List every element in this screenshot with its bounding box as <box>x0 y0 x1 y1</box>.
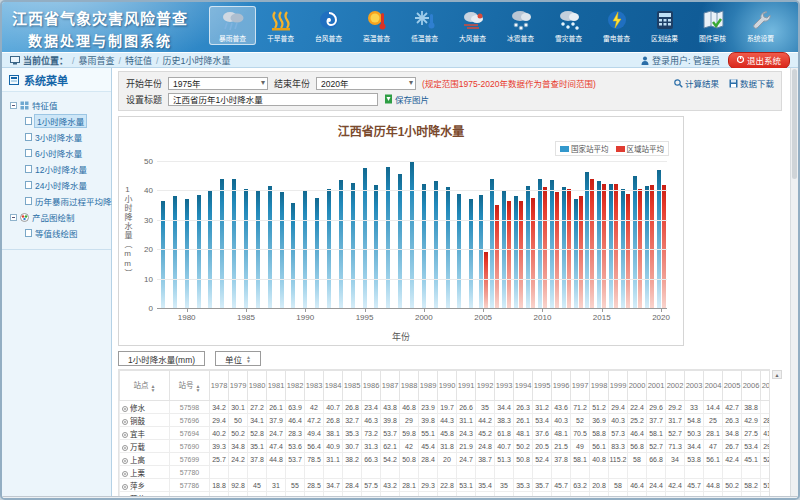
radio-icon[interactable] <box>122 445 128 451</box>
value-cell: 36.7 <box>647 492 666 497</box>
chart-title-input[interactable] <box>168 93 378 106</box>
nav-item-hail[interactable]: 冰雹普查 <box>497 6 544 45</box>
col-header-year[interactable]: 1991 <box>457 371 476 401</box>
station-cell[interactable]: 修水 <box>120 401 170 414</box>
col-header-year[interactable]: 1986 <box>362 371 381 401</box>
radio-icon[interactable] <box>122 419 128 425</box>
col-header-year[interactable]: 1997 <box>571 371 590 401</box>
station-cell[interactable]: 宜丰 <box>120 427 170 440</box>
col-header-year[interactable]: 1980 <box>248 371 267 401</box>
station-cell[interactable]: 铜鼓 <box>120 414 170 427</box>
tree-toggle-icon[interactable] <box>10 214 17 221</box>
radio-icon[interactable] <box>122 406 128 412</box>
col-header-year[interactable]: 2006 <box>742 371 761 401</box>
value-cell: 34.8 <box>229 440 248 453</box>
nav-item-drought[interactable]: 干旱普查 <box>257 6 304 45</box>
col-header-year[interactable]: 1999 <box>609 371 628 401</box>
col-header-year[interactable]: 2001 <box>647 371 666 401</box>
value-cell: 25.2 <box>628 414 647 427</box>
sidebar-item-0-0[interactable]: 1小时降水量 <box>4 113 109 129</box>
chart-panel: 江西省历年1小时降水量 国家站平均区域站平均 1小时降水量（mm） 010203… <box>118 116 684 346</box>
x-tick <box>483 308 484 312</box>
nav-item-high-temp[interactable]: 高温普查 <box>353 6 400 45</box>
user-icon <box>641 56 649 65</box>
sidebar-item-0-4[interactable]: 24小时降水量 <box>4 177 109 193</box>
col-header-year[interactable]: 1998 <box>590 371 609 401</box>
breadcrumb-item-1[interactable]: 特征值 <box>125 56 152 66</box>
col-header-year[interactable]: 1995 <box>533 371 552 401</box>
nav-item-snow[interactable]: 雪灾普查 <box>545 6 592 45</box>
nav-item-low-temp[interactable]: 低温普查 <box>401 6 448 45</box>
col-header-year[interactable]: 1978 <box>210 371 229 401</box>
col-header-year[interactable]: 1987 <box>381 371 400 401</box>
sidebar-item-1-0[interactable]: 等值线绘图 <box>4 225 109 241</box>
station-cell[interactable]: 上高 <box>120 453 170 466</box>
sidebar-group-0[interactable]: 特征值 <box>4 97 109 113</box>
nav-item-map-audit[interactable]: 图件审核 <box>689 6 736 45</box>
col-header-id[interactable]: 站号 ▲▼ <box>170 371 210 401</box>
col-header-year[interactable]: 1993 <box>495 371 514 401</box>
save-image-button[interactable]: 保存图片 <box>384 93 429 105</box>
col-header-year[interactable]: 1984 <box>324 371 343 401</box>
col-header-year[interactable]: 2004 <box>704 371 723 401</box>
y-tick-label: 50 <box>144 156 153 165</box>
station-cell[interactable]: 莲花 <box>120 492 170 497</box>
scroll-up-icon[interactable]: ▲ <box>772 370 782 379</box>
legend-entry[interactable]: 国家站平均 <box>560 143 609 154</box>
radio-icon[interactable] <box>122 432 128 438</box>
sidebar-item-0-3[interactable]: 12小时降水量 <box>4 161 109 177</box>
radio-icon[interactable] <box>122 458 128 464</box>
station-cell[interactable]: 萍乡 <box>120 479 170 492</box>
col-header-year[interactable]: 1981 <box>267 371 286 401</box>
sidebar-item-0-5[interactable]: 历年暴雨过程平均降水量 <box>4 193 109 209</box>
value-cell: 26.7 <box>723 440 742 453</box>
col-header-year[interactable]: 1992 <box>476 371 495 401</box>
download-button[interactable]: 数据下载 <box>729 77 774 89</box>
col-header-year[interactable]: 1985 <box>343 371 362 401</box>
col-header-year[interactable]: 1990 <box>438 371 457 401</box>
table-vertical-scrollbar[interactable]: ▲ ▼ <box>772 370 782 496</box>
col-header-year[interactable]: 2002 <box>666 371 685 401</box>
col-header-year[interactable]: 1996 <box>552 371 571 401</box>
unit-indicator-button[interactable]: 1小时降水量(mm) <box>118 351 205 366</box>
start-year-select[interactable]: 1975年 <box>168 77 268 90</box>
col-header-year[interactable]: 2005 <box>723 371 742 401</box>
legend-entry[interactable]: 区域站平均 <box>616 143 665 154</box>
tree-toggle-icon[interactable] <box>10 102 17 109</box>
value-cell: 53.6 <box>286 440 305 453</box>
nav-item-wrench[interactable]: 系统设置 <box>737 6 784 45</box>
station-cell[interactable]: 上栗 <box>120 466 170 479</box>
radio-icon[interactable] <box>122 471 128 477</box>
breadcrumb-item-2[interactable]: 历史1小时降水量 <box>163 56 231 66</box>
col-header-year[interactable]: 1979 <box>229 371 248 401</box>
sort-arrows-icon[interactable]: ▲▼ <box>196 384 201 392</box>
col-header-year[interactable]: 1989 <box>419 371 438 401</box>
nav-item-rainstorm[interactable]: 暴雨普查 <box>209 6 256 45</box>
unit-sort-dropdown[interactable]: 单位 ▲▼ <box>215 351 261 366</box>
nav-item-typhoon[interactable]: 台风普查 <box>305 6 352 45</box>
breadcrumb-item-0[interactable]: 暴雨普查 <box>79 56 115 66</box>
sidebar-group-1[interactable]: 产品图绘制 <box>4 209 109 225</box>
calculate-button[interactable]: 计算结果 <box>674 77 719 89</box>
nav-item-lightning[interactable]: 雷电普查 <box>593 6 640 45</box>
nav-item-calculator[interactable]: 区划结果 <box>641 6 688 45</box>
end-year-select[interactable]: 2020年 <box>316 77 416 90</box>
sidebar-item-0-1[interactable]: 3小时降水量 <box>4 129 109 145</box>
col-header-year[interactable]: 1982 <box>286 371 305 401</box>
col-header-year[interactable]: 1988 <box>400 371 419 401</box>
page-scrollbar[interactable] <box>790 68 798 496</box>
station-cell[interactable]: 万载 <box>120 440 170 453</box>
col-header-year[interactable]: 2003 <box>685 371 704 401</box>
col-header-year[interactable]: 2007 <box>761 371 771 401</box>
sidebar-item-0-2[interactable]: 6小时降水量 <box>4 145 109 161</box>
value-cell <box>343 466 362 479</box>
sort-arrows-icon[interactable]: ▲▼ <box>151 384 156 392</box>
nav-item-wind[interactable]: 大风普查 <box>449 6 496 45</box>
logout-button[interactable]: 退出系统 <box>728 52 790 69</box>
radio-icon[interactable] <box>122 484 128 490</box>
col-header-year[interactable]: 2000 <box>628 371 647 401</box>
col-header-year[interactable]: 1994 <box>514 371 533 401</box>
value-cell: 52.4 <box>533 453 552 466</box>
col-header-year[interactable]: 1983 <box>305 371 324 401</box>
col-header-station[interactable]: 站点 ▲▼ <box>120 371 170 401</box>
